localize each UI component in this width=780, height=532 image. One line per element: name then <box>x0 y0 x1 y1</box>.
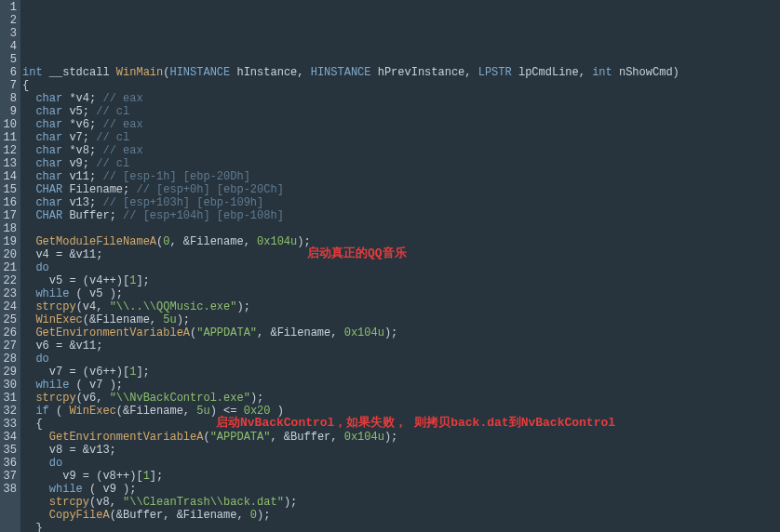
code-line[interactable]: strcpy(v4, "\\..\\QQMusic.exe"); <box>22 300 780 313</box>
line-number: 20 <box>2 248 17 261</box>
code-line[interactable]: strcpy(v6, "\\NvBackControl.exe"); <box>22 392 780 405</box>
code-token: // cl <box>96 105 129 118</box>
code-line[interactable]: v8 = &v13; <box>22 444 780 457</box>
line-number: 14 <box>2 170 17 183</box>
code-line[interactable]: while ( v7 ); <box>22 379 780 392</box>
code-line[interactable]: while ( v5 ); <box>22 287 780 300</box>
code-line[interactable]: WinExec(&Filename, 5u); <box>22 313 780 326</box>
code-token <box>22 157 35 170</box>
code-token: char <box>35 170 62 183</box>
code-token: ( v9 ); <box>83 483 137 496</box>
code-editor: 1234567891011121314151617181920212223242… <box>0 0 780 532</box>
code-line[interactable]: do <box>22 457 780 470</box>
code-token: while <box>49 483 83 496</box>
line-number: 23 <box>2 287 17 300</box>
code-token: (&Buffer, &Filename, <box>110 509 250 522</box>
code-token: , &Buffer, <box>270 431 343 444</box>
code-token: 0x104u <box>257 235 297 248</box>
code-line[interactable]: int __stdcall WinMain(HINSTANCE hInstanc… <box>22 66 780 79</box>
line-number: 26 <box>2 326 17 339</box>
code-token <box>22 209 35 222</box>
code-line[interactable]: if ( WinExec(&Filename, 5u) <= 0x20 ) <box>22 405 780 418</box>
code-token: v11; <box>62 170 102 183</box>
code-line[interactable]: { <box>22 79 780 92</box>
code-line[interactable]: CHAR Buffer; // [esp+104h] [ebp-108h] <box>22 209 780 222</box>
line-number: 28 <box>2 352 17 366</box>
code-token: do <box>35 261 48 274</box>
line-number: 18 <box>2 222 17 235</box>
code-line[interactable]: char v7; // cl <box>22 131 780 144</box>
line-number: 13 <box>2 157 17 170</box>
code-line[interactable]: v6 = &v11; <box>22 339 780 352</box>
code-line[interactable]: char *v4; // eax <box>22 92 780 105</box>
code-token: ) <= <box>210 405 244 418</box>
line-number: 34 <box>2 431 17 444</box>
code-line[interactable]: GetModuleFileNameA(0, &Filename, 0x104u)… <box>22 235 780 248</box>
code-token <box>22 105 35 118</box>
code-token: ); <box>284 496 297 509</box>
code-token: HINSTANCE <box>169 66 230 79</box>
code-token: (v6, <box>76 392 110 405</box>
code-token: Filename; <box>62 183 136 196</box>
line-number: 19 <box>2 235 17 248</box>
code-token: (v4, <box>76 300 110 313</box>
code-line[interactable]: char v9; // cl <box>22 157 780 170</box>
code-token: ( <box>49 405 70 418</box>
code-line[interactable]: v9 = (v8++)[1]; <box>22 470 780 483</box>
code-token: ]; <box>136 274 149 287</box>
code-token: 1 <box>143 470 150 483</box>
code-token: CHAR <box>35 209 62 222</box>
line-number: 9 <box>2 105 17 118</box>
code-line[interactable]: while ( v9 ); <box>22 483 780 496</box>
code-token <box>22 261 35 274</box>
code-line[interactable] <box>22 222 780 235</box>
code-token: v7; <box>62 131 96 144</box>
code-line[interactable]: char v5; // cl <box>22 105 780 118</box>
code-token: char <box>35 157 62 170</box>
code-line[interactable]: } <box>22 522 780 532</box>
line-number: 33 <box>2 418 17 431</box>
line-number: 1 <box>2 1 17 14</box>
code-token: // eax <box>102 118 142 131</box>
code-token: int <box>22 66 43 79</box>
code-token: int <box>592 66 612 79</box>
code-token: 0x20 <box>244 405 271 418</box>
code-line[interactable]: do <box>22 261 780 274</box>
code-line[interactable]: char *v6; // eax <box>22 118 780 131</box>
line-number: 30 <box>2 379 17 392</box>
line-number: 36 <box>2 457 17 470</box>
code-token <box>22 300 35 313</box>
code-token: GetEnvironmentVariableA <box>35 326 190 339</box>
code-line[interactable]: { <box>22 418 780 431</box>
code-line[interactable]: GetEnvironmentVariableA("APPDATA", &File… <box>22 326 780 339</box>
code-line[interactable]: char v11; // [esp-1h] [ebp-20Dh] <box>22 170 780 183</box>
code-token: __stdcall <box>43 66 116 79</box>
code-token: Buffer; <box>62 209 123 222</box>
code-token <box>22 183 35 196</box>
line-number: 24 <box>2 300 17 313</box>
line-number: 11 <box>2 131 17 144</box>
code-line[interactable]: strcpy(v8, "\\CleanTrash\\back.dat"); <box>22 496 780 509</box>
code-line[interactable]: GetEnvironmentVariableA("APPDATA", &Buff… <box>22 431 780 444</box>
code-token: char <box>35 131 62 144</box>
code-line[interactable]: CHAR Filename; // [esp+0h] [ebp-20Ch] <box>22 183 780 196</box>
line-number: 31 <box>2 392 17 405</box>
line-number: 6 <box>2 66 17 79</box>
code-area[interactable]: 启动真正的QQ音乐 启动NvBackControl，如果失败， 则拷贝back.… <box>20 0 780 532</box>
code-token: 0x104u <box>344 326 384 339</box>
code-token: (&Filename, <box>83 313 163 326</box>
code-token: GetEnvironmentVariableA <box>49 431 204 444</box>
code-line[interactable]: v5 = (v4++)[1]; <box>22 274 780 287</box>
code-line[interactable]: do <box>22 352 780 366</box>
line-number: 29 <box>2 366 17 379</box>
code-line[interactable]: CopyFileA(&Buffer, &Filename, 0); <box>22 509 780 522</box>
code-token: char <box>35 92 62 105</box>
code-line[interactable]: v7 = (v6++)[1]; <box>22 366 780 379</box>
code-token: ); <box>177 313 190 326</box>
code-line[interactable]: v4 = &v11; <box>22 248 780 261</box>
code-token: v5 = (v4++)[ <box>22 274 129 287</box>
code-line[interactable]: char *v8; // eax <box>22 144 780 157</box>
code-token <box>22 496 49 509</box>
code-token: ]; <box>136 366 149 379</box>
code-line[interactable]: char v13; // [esp+103h] [ebp-109h] <box>22 196 780 209</box>
